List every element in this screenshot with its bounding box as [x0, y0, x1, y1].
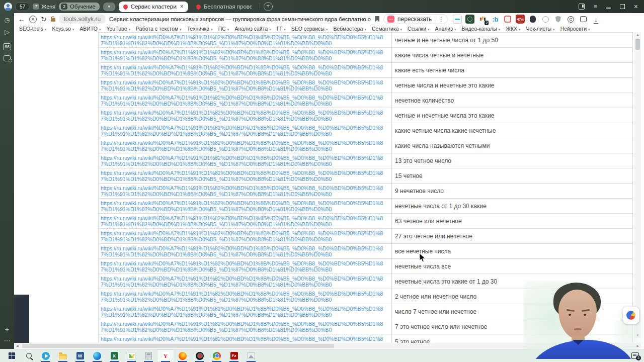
- tab-group-zhenya[interactable]: 7 Женя: [33, 4, 55, 10]
- address-url[interactable]: tools.soltyk.ru: [59, 15, 105, 24]
- firefox-icon[interactable]: [174, 349, 191, 362]
- restore-button[interactable]: [620, 4, 625, 9]
- result-url-link[interactable]: https://ru.ruwiki.ru/wiki/%D0%A7%D1%91%D…: [99, 244, 392, 258]
- bookmark-flag-icon[interactable]: [375, 16, 379, 22]
- bookmark-folder[interactable]: ЖКХ: [506, 26, 520, 32]
- yandex-services-icon[interactable]: [29, 16, 37, 23]
- result-url-link[interactable]: https://ru.ruwiki.ru/wiki/%D0%A7%D1%91%D…: [99, 184, 392, 198]
- bookmark-folder[interactable]: АВИТО: [79, 26, 101, 32]
- result-url-link[interactable]: https://ru.ruwiki.ru/wiki/%D0%A7%D1%91%D…: [99, 48, 392, 62]
- retell-more-icon[interactable]: [438, 16, 444, 23]
- result-url-link[interactable]: https://ru.ruwiki.ru/wiki/%D0%A7%D1%91%D…: [99, 319, 392, 334]
- search-icon[interactable]: [20, 349, 37, 362]
- sidebar-add-icon[interactable]: [0, 325, 14, 333]
- tabs-counter-chip[interactable]: 57: [16, 3, 29, 11]
- explorer-icon[interactable]: [54, 349, 71, 362]
- bookmark-folder[interactable]: Видео-каналы: [462, 26, 501, 32]
- tab-close-icon[interactable]: [180, 4, 184, 10]
- result-url-link[interactable]: https://ru.ruwiki.ru/wiki/%D0%A7%D1%91%D…: [99, 108, 392, 123]
- scroll-left-icon[interactable]: [16, 343, 19, 349]
- seo-stats-extension-icon[interactable]: 2: [478, 15, 487, 24]
- result-url-link[interactable]: https://ru.ruwiki.ru/wiki/%D0%A7%D1%91%D…: [99, 78, 392, 93]
- result-url-link[interactable]: https://ru.ruwiki.ru/wiki/%D0%A7%D1%91%D…: [99, 93, 392, 108]
- refresh-icon[interactable]: [41, 16, 47, 23]
- filezilla-icon[interactable]: [225, 349, 243, 362]
- excel-icon[interactable]: [106, 349, 123, 362]
- bookmark-folder[interactable]: SEO сервисы: [291, 26, 328, 32]
- result-url-link[interactable]: https://ru.ruwiki.ru/wiki/%D0%A7%D1%91%D…: [99, 289, 392, 304]
- scroll-down-icon[interactable]: [634, 334, 641, 337]
- sidebar-more-icon[interactable]: [0, 337, 14, 344]
- result-url-link[interactable]: https://ru.ruwiki.ru/wiki/%D0%A7%D1%91%D…: [99, 199, 392, 213]
- side-panel-icon[interactable]: [579, 4, 585, 10]
- tab-cluster-service[interactable]: Сервис кластеризаци: [119, 2, 188, 12]
- new-tab-button[interactable]: [264, 2, 273, 11]
- bookmark-folder[interactable]: Чек-листы: [526, 26, 555, 32]
- start-icon[interactable]: [3, 349, 20, 362]
- scroll-right-icon[interactable]: [636, 343, 639, 349]
- result-url-link[interactable]: https://ru.ruwiki.ru/wiki/%D0%A7%D1%91%D…: [99, 274, 392, 289]
- tab-free-check[interactable]: Бесплатная проверка по: [192, 2, 256, 12]
- bookmark-folder[interactable]: Keys.so: [52, 26, 74, 32]
- result-url-link[interactable]: https://ru.ruwiki.ru/wiki/%D0%A7%D1%91%D…: [99, 259, 392, 274]
- vertical-scroll-thumb[interactable]: [635, 39, 640, 50]
- bookmark-folder[interactable]: Ссылки: [408, 26, 429, 32]
- result-url-link[interactable]: https://ru.ruwiki.ru/wiki/%D0%A7%D1%91%D…: [99, 214, 392, 228]
- profile-avatar[interactable]: [4, 3, 12, 11]
- result-url-link[interactable]: https://ru.ruwiki.ru/wiki/%D0%A7%D1%91%D…: [99, 63, 392, 77]
- menu-icon[interactable]: [594, 4, 597, 10]
- floating-extension-button[interactable]: [623, 307, 639, 324]
- bookmark-folder[interactable]: SEO-tools: [19, 26, 46, 32]
- bookmark-folder[interactable]: ПС: [218, 26, 229, 32]
- bookmarks-overflow-button[interactable]: »: [579, 26, 582, 32]
- notification-center-icon[interactable]: 3: [631, 352, 639, 359]
- telegram-icon[interactable]: [37, 349, 54, 362]
- result-url-link[interactable]: https://ru.ruwiki.ru/wiki/%D0%A7%D1%91%D…: [99, 334, 392, 343]
- word-icon[interactable]: [71, 349, 89, 362]
- bookmark-folder[interactable]: YouTube: [106, 26, 130, 32]
- result-url-link[interactable]: https://ru.ruwiki.ru/wiki/%D0%A7%D1%91%D…: [99, 229, 392, 243]
- minimize-button[interactable]: [606, 8, 611, 9]
- bookmark-folder[interactable]: Анализ сайта: [234, 26, 271, 32]
- history-clock-icon[interactable]: [0, 16, 14, 24]
- notes-extension-icon[interactable]: [453, 15, 462, 24]
- result-url-link[interactable]: https://ru.ruwiki.ru/wiki/%D0%A7%D1%91%D…: [99, 304, 392, 319]
- screenshot-chat-icon[interactable]: [0, 54, 14, 62]
- bookmark-folder[interactable]: Работа с текстом: [136, 26, 182, 32]
- result-url-link[interactable]: https://ru.ruwiki.ru/wiki/%D0%A7%D1%91%D…: [99, 153, 392, 168]
- close-button[interactable]: [634, 3, 638, 10]
- bookmark-folder[interactable]: ГГ: [277, 26, 286, 32]
- traffic-47m-extension-icon[interactable]: 47m: [516, 15, 525, 24]
- shield-extension-icon[interactable]: [553, 15, 562, 24]
- orange-cam-extension-icon[interactable]: [503, 15, 512, 24]
- blue-b-extension-icon[interactable]: [491, 15, 500, 24]
- editor-icon[interactable]: [123, 349, 140, 362]
- video-play-icon[interactable]: [0, 28, 14, 36]
- tab-group-chevron-down-icon[interactable]: [103, 3, 115, 11]
- bookmark-folder[interactable]: Техничка: [187, 26, 213, 32]
- dark-mascot-extension-icon[interactable]: [528, 15, 537, 24]
- bookmark-folder[interactable]: Вебмастера: [333, 26, 366, 32]
- scroll-up-icon[interactable]: [634, 33, 641, 36]
- lock-icon[interactable]: [51, 18, 55, 22]
- tab-group-obuchenie[interactable]: 2 Обучение: [59, 3, 99, 11]
- copyright-extension-icon[interactable]: [566, 15, 575, 24]
- result-url-link[interactable]: https://ru.ruwiki.ru/wiki/%D0%A7%D1%91%D…: [99, 33, 392, 47]
- counter-badge[interactable]: 66: [0, 41, 14, 50]
- bookmark-folder[interactable]: Нейросети: [560, 26, 590, 32]
- yandex-browser-icon[interactable]: [157, 349, 174, 362]
- edge-icon[interactable]: [89, 349, 106, 362]
- bookmark-folder[interactable]: Анализ: [435, 26, 456, 32]
- bookmark-folder[interactable]: Семантика: [372, 26, 402, 32]
- gray-disc-extension-icon[interactable]: [541, 15, 550, 24]
- result-url-link[interactable]: https://ru.ruwiki.ru/wiki/%D0%A7%D1%91%D…: [99, 123, 392, 138]
- collections-extension-icon[interactable]: [579, 15, 588, 24]
- downloads-icon[interactable]: [591, 15, 600, 24]
- retell-button[interactable]: пересказать: [383, 14, 448, 24]
- back-icon[interactable]: [18, 16, 25, 23]
- result-url-link[interactable]: https://ru.ruwiki.ru/wiki/%D0%A7%D1%91%D…: [99, 168, 392, 183]
- chrome-icon[interactable]: [208, 349, 225, 362]
- recorder-icon[interactable]: [191, 349, 208, 362]
- horizontal-scroll-thumb[interactable]: [22, 344, 334, 348]
- result-url-link[interactable]: https://ru.ruwiki.ru/wiki/%D0%A7%D1%91%D…: [99, 138, 392, 153]
